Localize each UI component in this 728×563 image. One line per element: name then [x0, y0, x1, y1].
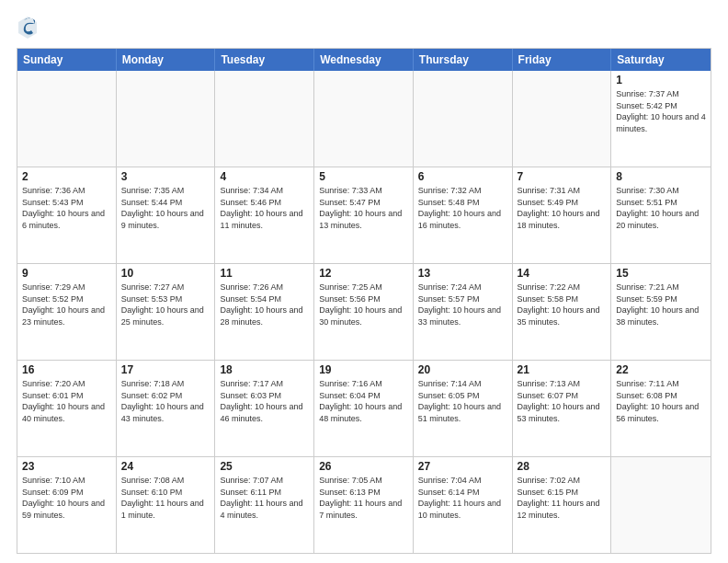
day-info: Sunrise: 7:11 AM Sunset: 6:08 PM Dayligh…: [616, 378, 706, 424]
calendar-cell: 11Sunrise: 7:26 AM Sunset: 5:54 PM Dayli…: [215, 264, 314, 360]
day-info: Sunrise: 7:02 AM Sunset: 6:15 PM Dayligh…: [518, 475, 607, 521]
day-number: 13: [418, 267, 507, 280]
calendar-cell: 12Sunrise: 7:25 AM Sunset: 5:56 PM Dayli…: [314, 264, 414, 360]
calendar-cell: 8Sunrise: 7:30 AM Sunset: 5:51 PM Daylig…: [611, 167, 711, 263]
day-number: 17: [121, 363, 210, 376]
day-info: Sunrise: 7:21 AM Sunset: 5:59 PM Dayligh…: [616, 282, 706, 327]
day-number: 1: [616, 74, 706, 86]
day-info: Sunrise: 7:07 AM Sunset: 6:11 PM Dayligh…: [220, 475, 309, 521]
day-info: Sunrise: 7:30 AM Sunset: 5:51 PM Dayligh…: [616, 185, 706, 231]
calendar-cell: 23Sunrise: 7:10 AM Sunset: 6:09 PM Dayli…: [17, 457, 117, 553]
day-number: 4: [220, 170, 309, 183]
calendar-cell: 16Sunrise: 7:20 AM Sunset: 6:01 PM Dayli…: [17, 361, 117, 456]
calendar-cell: 6Sunrise: 7:32 AM Sunset: 5:48 PM Daylig…: [414, 167, 513, 263]
calendar-cell: [117, 71, 216, 167]
day-number: 12: [319, 267, 408, 280]
day-number: 7: [518, 170, 607, 183]
day-info: Sunrise: 7:34 AM Sunset: 5:46 PM Dayligh…: [220, 185, 309, 231]
day-number: 15: [616, 267, 706, 280]
day-number: 18: [220, 363, 309, 376]
day-number: 11: [220, 267, 309, 280]
day-number: 21: [518, 363, 607, 376]
day-info: Sunrise: 7:29 AM Sunset: 5:52 PM Dayligh…: [22, 282, 111, 327]
calendar-cell: 20Sunrise: 7:14 AM Sunset: 6:05 PM Dayli…: [414, 361, 513, 456]
day-number: 25: [220, 460, 309, 473]
calendar-header-cell: Saturday: [611, 49, 711, 71]
day-number: 20: [418, 363, 507, 376]
calendar-cell: 9Sunrise: 7:29 AM Sunset: 5:52 PM Daylig…: [17, 264, 117, 360]
header: [17, 15, 711, 40]
calendar-cell: [513, 71, 612, 167]
calendar-cell: 14Sunrise: 7:22 AM Sunset: 5:58 PM Dayli…: [513, 264, 612, 360]
day-info: Sunrise: 7:27 AM Sunset: 5:53 PM Dayligh…: [121, 282, 210, 327]
logo-icon: [17, 15, 39, 40]
calendar-week-2: 2Sunrise: 7:36 AM Sunset: 5:43 PM Daylig…: [17, 167, 711, 263]
calendar-cell: [17, 71, 117, 167]
calendar-cell: [611, 457, 711, 553]
calendar-week-4: 16Sunrise: 7:20 AM Sunset: 6:01 PM Dayli…: [17, 360, 711, 456]
calendar-week-5: 23Sunrise: 7:10 AM Sunset: 6:09 PM Dayli…: [17, 456, 711, 553]
day-info: Sunrise: 7:16 AM Sunset: 6:04 PM Dayligh…: [319, 378, 408, 424]
day-info: Sunrise: 7:13 AM Sunset: 6:07 PM Dayligh…: [518, 378, 607, 424]
day-number: 24: [121, 460, 210, 473]
day-number: 19: [319, 363, 408, 376]
day-number: 10: [121, 267, 210, 280]
calendar-cell: 19Sunrise: 7:16 AM Sunset: 6:04 PM Dayli…: [314, 361, 414, 456]
calendar: SundayMondayTuesdayWednesdayThursdayFrid…: [17, 48, 711, 554]
day-info: Sunrise: 7:22 AM Sunset: 5:58 PM Dayligh…: [518, 282, 607, 327]
day-info: Sunrise: 7:33 AM Sunset: 5:47 PM Dayligh…: [319, 185, 408, 231]
day-info: Sunrise: 7:37 AM Sunset: 5:42 PM Dayligh…: [616, 88, 706, 134]
day-info: Sunrise: 7:10 AM Sunset: 6:09 PM Dayligh…: [22, 475, 111, 521]
day-info: Sunrise: 7:20 AM Sunset: 6:01 PM Dayligh…: [22, 378, 111, 424]
day-number: 8: [616, 170, 706, 183]
calendar-cell: 26Sunrise: 7:05 AM Sunset: 6:13 PM Dayli…: [314, 457, 414, 553]
calendar-header-cell: Thursday: [414, 49, 513, 71]
calendar-week-1: 1Sunrise: 7:37 AM Sunset: 5:42 PM Daylig…: [17, 71, 711, 167]
calendar-header-cell: Tuesday: [215, 49, 314, 71]
day-info: Sunrise: 7:36 AM Sunset: 5:43 PM Dayligh…: [22, 185, 111, 231]
day-number: 23: [22, 460, 111, 473]
day-info: Sunrise: 7:31 AM Sunset: 5:49 PM Dayligh…: [518, 185, 607, 231]
day-info: Sunrise: 7:05 AM Sunset: 6:13 PM Dayligh…: [319, 475, 408, 521]
calendar-cell: 1Sunrise: 7:37 AM Sunset: 5:42 PM Daylig…: [611, 71, 711, 167]
day-info: Sunrise: 7:25 AM Sunset: 5:56 PM Dayligh…: [319, 282, 408, 327]
day-number: 14: [518, 267, 607, 280]
day-info: Sunrise: 7:04 AM Sunset: 6:14 PM Dayligh…: [418, 475, 507, 521]
day-number: 5: [319, 170, 408, 183]
day-info: Sunrise: 7:32 AM Sunset: 5:48 PM Dayligh…: [418, 185, 507, 231]
calendar-cell: 7Sunrise: 7:31 AM Sunset: 5:49 PM Daylig…: [513, 167, 612, 263]
calendar-body: 1Sunrise: 7:37 AM Sunset: 5:42 PM Daylig…: [17, 71, 711, 553]
day-info: Sunrise: 7:17 AM Sunset: 6:03 PM Dayligh…: [220, 378, 309, 424]
calendar-cell: 15Sunrise: 7:21 AM Sunset: 5:59 PM Dayli…: [611, 264, 711, 360]
calendar-cell: 18Sunrise: 7:17 AM Sunset: 6:03 PM Dayli…: [215, 361, 314, 456]
calendar-cell: 10Sunrise: 7:27 AM Sunset: 5:53 PM Dayli…: [117, 264, 216, 360]
day-info: Sunrise: 7:35 AM Sunset: 5:44 PM Dayligh…: [121, 185, 210, 231]
day-info: Sunrise: 7:18 AM Sunset: 6:02 PM Dayligh…: [121, 378, 210, 424]
day-number: 28: [518, 460, 607, 473]
calendar-cell: [314, 71, 414, 167]
calendar-cell: 25Sunrise: 7:07 AM Sunset: 6:11 PM Dayli…: [215, 457, 314, 553]
day-info: Sunrise: 7:26 AM Sunset: 5:54 PM Dayligh…: [220, 282, 309, 327]
day-number: 9: [22, 267, 111, 280]
calendar-cell: 5Sunrise: 7:33 AM Sunset: 5:47 PM Daylig…: [314, 167, 414, 263]
calendar-cell: [215, 71, 314, 167]
day-number: 6: [418, 170, 507, 183]
day-info: Sunrise: 7:08 AM Sunset: 6:10 PM Dayligh…: [121, 475, 210, 521]
calendar-cell: 3Sunrise: 7:35 AM Sunset: 5:44 PM Daylig…: [117, 167, 216, 263]
calendar-header-cell: Wednesday: [314, 49, 414, 71]
day-number: 26: [319, 460, 408, 473]
calendar-cell: 21Sunrise: 7:13 AM Sunset: 6:07 PM Dayli…: [513, 361, 612, 456]
calendar-page: SundayMondayTuesdayWednesdayThursdayFrid…: [0, 0, 728, 563]
calendar-cell: 22Sunrise: 7:11 AM Sunset: 6:08 PM Dayli…: [611, 361, 711, 456]
day-number: 3: [121, 170, 210, 183]
day-info: Sunrise: 7:14 AM Sunset: 6:05 PM Dayligh…: [418, 378, 507, 424]
calendar-cell: 2Sunrise: 7:36 AM Sunset: 5:43 PM Daylig…: [17, 167, 117, 263]
calendar-cell: 28Sunrise: 7:02 AM Sunset: 6:15 PM Dayli…: [513, 457, 612, 553]
day-number: 27: [418, 460, 507, 473]
day-number: 16: [22, 363, 111, 376]
day-number: 2: [22, 170, 111, 183]
calendar-header-cell: Sunday: [17, 49, 117, 71]
calendar-header-cell: Monday: [117, 49, 216, 71]
calendar-cell: 17Sunrise: 7:18 AM Sunset: 6:02 PM Dayli…: [117, 361, 216, 456]
day-number: 22: [616, 363, 706, 376]
